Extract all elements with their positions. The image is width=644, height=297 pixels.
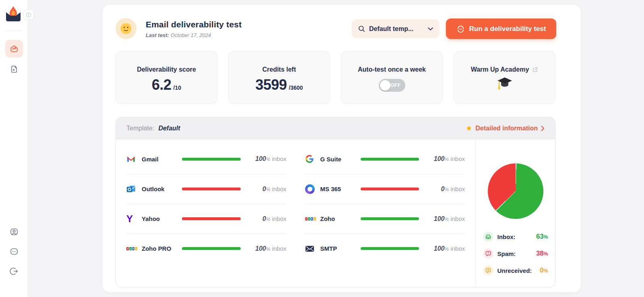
provider-row-gsuite: G Suite 100%inbox (305, 144, 465, 174)
run-deliverability-test-button[interactable]: Run a deliverability test (446, 19, 556, 39)
stat-card-deliverability-score: Deliverability score 6.2 /10 (116, 51, 217, 104)
score-value: 6.2 (152, 76, 171, 93)
provider-name: G Suite (320, 156, 358, 163)
sidebar-expand-button[interactable] (23, 10, 34, 20)
file-plus-icon (10, 65, 19, 74)
deliverability-pie-chart (488, 163, 543, 219)
deliverability-page: Email deliverability test Last test:Octo… (103, 5, 581, 292)
chevron-down-icon (428, 27, 433, 31)
provider-name: Zoho PRO (142, 245, 180, 252)
template-dropdown-value: Default temp... (369, 25, 424, 33)
auto-test-toggle[interactable]: OFF (379, 79, 405, 92)
legend-label: Inbox: (497, 233, 516, 240)
toggle-state-label: OFF (390, 82, 401, 88)
legend-value: 63% (536, 233, 548, 241)
stat-card-credits-left: Credits left 3599 /3600 (228, 51, 330, 104)
sidebar-item-support-chat[interactable] (5, 243, 23, 260)
inbox-run-icon (456, 25, 465, 33)
graduation-cap-icon (454, 76, 555, 90)
ms365-icon (305, 184, 316, 194)
yahoo-icon: Y (126, 214, 138, 224)
stat-card-auto-test: Auto-test once a week OFF (341, 51, 443, 104)
stat-title: Auto-test once a week (358, 66, 426, 73)
template-panel-header: Template: Default Detailed information (116, 118, 555, 139)
provider-result: 0%inbox (248, 215, 287, 223)
deliverability-bar (361, 247, 419, 250)
smiley-emoji-avatar (116, 18, 136, 39)
provider-row-zoho-pro: Zoho Zoho PRO 100%inbox (126, 233, 287, 263)
legend-row-inbox: Inbox: 63% (483, 231, 548, 243)
provider-result: 100%inbox (248, 245, 287, 252)
zoho-pro-icon: Zoho (126, 247, 138, 250)
provider-result: 100%inbox (248, 155, 287, 163)
sidebar-item-new-test[interactable] (5, 60, 23, 78)
legend-row-spam: Spam: 38% (483, 248, 548, 260)
detailed-information-label: Detailed information (475, 125, 538, 132)
provider-row-outlook: Outlook 0%inbox (126, 174, 287, 204)
provider-name: Yahoo (142, 215, 180, 222)
provider-name: Outlook (142, 186, 180, 192)
chevron-right-icon (541, 126, 545, 131)
last-test-line: Last test:October 17, 2024 (146, 32, 211, 38)
provider-row-smtp: SMTP 100%inbox (305, 233, 465, 263)
template-value: Default (158, 125, 180, 132)
stat-title: Deliverability score (137, 66, 196, 73)
provider-results-grid: Gmail 100%inbox G Suite (116, 139, 475, 287)
template-results-panel: Template: Default Detailed information (116, 117, 555, 287)
legend-label: Unreceived: (497, 267, 532, 274)
unreceived-icon (483, 265, 493, 276)
stat-title: Credits left (262, 66, 296, 73)
provider-name: Zoho (320, 215, 358, 222)
search-icon (358, 25, 365, 32)
user-card-icon (10, 227, 19, 236)
legend-value: 38% (536, 250, 548, 258)
star-icon (466, 125, 472, 132)
gsuite-icon (305, 155, 316, 163)
legend-value: 0% (540, 266, 548, 274)
provider-name: SMTP (320, 245, 358, 252)
sidebar-item-deliverability[interactable] (5, 40, 23, 58)
sidebar-item-logout[interactable] (5, 262, 23, 280)
external-link-icon (532, 67, 538, 73)
smtp-envelope-icon (305, 245, 316, 252)
template-label: Template: (126, 125, 154, 132)
provider-row-gmail: Gmail 100%inbox (126, 144, 287, 174)
zoho-icon: Zoho (305, 217, 316, 221)
sidebar (0, 0, 28, 297)
legend-label: Spam: (497, 250, 516, 257)
home-chart-icon (10, 44, 19, 53)
template-dropdown[interactable]: Default temp... (352, 19, 440, 38)
provider-result: 100%inbox (426, 245, 465, 252)
provider-row-yahoo: Y Yahoo 0%inbox (126, 204, 287, 233)
credits-max: /3600 (289, 85, 303, 91)
sidebar-divider (5, 31, 23, 31)
deliverability-bar (182, 188, 241, 190)
chat-ellipsis-icon (10, 247, 19, 256)
provider-result: 0%inbox (248, 186, 287, 193)
provider-name: Gmail (142, 156, 180, 163)
warmup-inbox-logo (4, 5, 23, 23)
provider-result: 0%inbox (426, 186, 465, 193)
deliverability-bar (361, 188, 419, 190)
provider-result: 100%inbox (426, 215, 465, 223)
deliverability-bar (182, 217, 241, 220)
stat-title: Warm Up Academy (471, 66, 529, 73)
toggle-knob (380, 80, 390, 91)
smiley-face-icon (120, 22, 132, 35)
legend-row-unreceived: Unreceived: 0% (483, 264, 548, 276)
provider-row-zoho: Zoho Zoho 100%inbox (305, 204, 465, 233)
gmail-icon (126, 156, 138, 163)
provider-name: MS 365 (320, 186, 358, 192)
results-summary-area: Inbox: 63% Spam: 38% (476, 139, 555, 287)
logout-icon (10, 267, 19, 276)
page-title: Email deliverability test (146, 20, 242, 29)
deliverability-bar (182, 247, 241, 250)
stat-card-warmup-academy[interactable]: Warm Up Academy (454, 51, 555, 104)
sidebar-item-account[interactable] (5, 223, 23, 241)
detailed-information-link[interactable]: Detailed information (466, 125, 545, 132)
deliverability-bar (361, 158, 419, 161)
pie-legend: Inbox: 63% Spam: 38% (483, 231, 548, 281)
chevron-right-circle-icon (26, 12, 31, 18)
credits-value: 3599 (255, 76, 287, 93)
last-test-date: October 17, 2024 (171, 32, 211, 38)
